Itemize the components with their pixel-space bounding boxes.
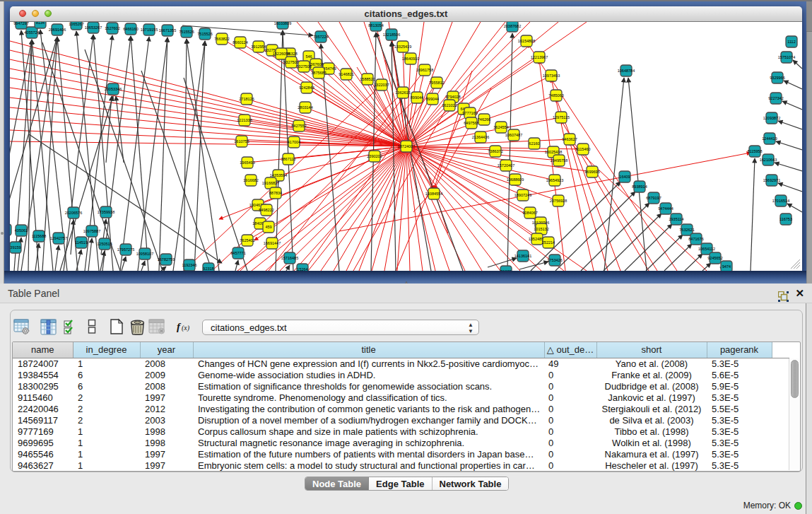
svg-text:7663822: 7663822 (214, 37, 229, 41)
svg-text:8660124: 8660124 (233, 40, 247, 45)
svg-text:10975887: 10975887 (83, 229, 100, 233)
svg-text:2390202: 2390202 (367, 154, 382, 158)
svg-text:546: 546 (305, 54, 312, 59)
svg-text:15226058: 15226058 (273, 52, 290, 56)
svg-text:10654112: 10654112 (698, 247, 715, 251)
svg-text:1916682: 1916682 (243, 178, 258, 182)
svg-text:1610755: 1610755 (234, 139, 249, 144)
svg-text:1621022: 1621022 (442, 103, 457, 107)
svg-text:18724007: 18724007 (398, 144, 415, 148)
svg-text:1965493: 1965493 (240, 160, 254, 165)
svg-text:17016514: 17016514 (772, 199, 789, 203)
svg-text:9245652: 9245652 (707, 256, 722, 260)
svg-text:6497568: 6497568 (464, 121, 478, 125)
svg-text:20206576: 20206576 (65, 211, 82, 215)
svg-text:16210643: 16210643 (760, 158, 777, 162)
svg-text:252214: 252214 (542, 240, 555, 245)
svg-text:15692971: 15692971 (763, 178, 780, 182)
svg-text:9463627: 9463627 (562, 137, 577, 141)
svg-text:9457771: 9457771 (230, 251, 245, 255)
svg-text:1362615: 1362615 (395, 90, 410, 95)
svg-text:13325419: 13325419 (394, 45, 411, 49)
svg-text:8938914: 8938914 (632, 185, 647, 189)
svg-text:116753: 116753 (779, 217, 792, 221)
svg-text:7632621: 7632621 (679, 228, 694, 232)
svg-text:17359938: 17359938 (98, 210, 114, 214)
svg-text:9084067: 9084067 (522, 211, 537, 215)
svg-text:8115958: 8115958 (747, 149, 762, 153)
svg-text:9115460: 9115460 (575, 147, 590, 151)
svg-text:14136141: 14136141 (514, 254, 531, 258)
svg-text:1322037: 1322037 (374, 83, 389, 87)
svg-text:21364436: 21364436 (472, 135, 489, 139)
svg-text:12093872: 12093872 (763, 116, 780, 120)
svg-text:15716485: 15716485 (281, 256, 298, 260)
svg-text:7515526: 7515526 (179, 30, 194, 34)
svg-text:1244419: 1244419 (762, 136, 777, 141)
svg-text:16691447: 16691447 (264, 241, 281, 245)
svg-text:10648784: 10648784 (618, 69, 635, 73)
svg-text:10973493: 10973493 (543, 74, 560, 78)
svg-text:3867110: 3867110 (281, 157, 295, 161)
svg-text:9227342: 9227342 (768, 96, 783, 100)
svg-text:10025438: 10025438 (545, 150, 562, 154)
svg-text:9474: 9474 (722, 264, 731, 269)
svg-text:1221338: 1221338 (237, 118, 252, 122)
svg-text:4055724: 4055724 (24, 30, 39, 35)
svg-text:899044: 899044 (426, 97, 439, 101)
svg-text:746266: 746266 (478, 117, 490, 122)
svg-text:2935114: 2935114 (669, 217, 683, 221)
svg-text:17957275: 17957275 (117, 247, 134, 252)
svg-text:1065267: 1065267 (69, 22, 83, 26)
svg-text:14353594: 14353594 (270, 173, 287, 177)
svg-text:10719155: 10719155 (141, 28, 158, 32)
svg-text:19654923: 19654923 (546, 178, 563, 182)
svg-text:7515526: 7515526 (197, 32, 212, 36)
svg-text:9474444: 9474444 (658, 206, 673, 211)
svg-text:12213967: 12213967 (531, 55, 548, 59)
svg-text:114519: 114519 (75, 240, 88, 245)
svg-text:10653267: 10653267 (85, 25, 102, 30)
svg-text:16782759: 16782759 (158, 257, 175, 262)
svg-text:f: f (177, 321, 182, 332)
svg-text:7357224: 7357224 (313, 35, 328, 39)
svg-text:9146821: 9146821 (339, 72, 353, 76)
svg-text:12975115: 12975115 (553, 115, 570, 119)
svg-text:(x): (x) (182, 324, 190, 332)
svg-text:19384554: 19384554 (425, 192, 442, 196)
svg-text:18640910: 18640910 (402, 57, 419, 61)
svg-text:887834: 887834 (269, 191, 282, 195)
svg-text:1115688: 1115688 (32, 234, 47, 238)
svg-text:15720407: 15720407 (498, 163, 514, 168)
svg-text:15751074: 15751074 (778, 55, 795, 59)
svg-text:3624554: 3624554 (493, 125, 508, 129)
svg-text:3875685: 3875685 (311, 71, 326, 75)
svg-text:417004: 417004 (288, 140, 300, 144)
svg-text:20756928: 20756928 (550, 199, 567, 203)
svg-text:12942757: 12942757 (50, 236, 67, 240)
svg-text:5498222: 5498222 (259, 208, 273, 212)
svg-text:1192346: 1192346 (182, 263, 196, 267)
svg-text:7386372: 7386372 (488, 149, 502, 153)
svg-text:7485063: 7485063 (548, 93, 563, 98)
svg-text:10607487: 10607487 (505, 133, 522, 137)
svg-text:62160: 62160 (529, 141, 539, 146)
svg-text:8134: 8134 (36, 22, 45, 25)
svg-text:9699695: 9699695 (584, 170, 599, 174)
svg-text:16033809: 16033809 (274, 22, 291, 25)
svg-text:435061: 435061 (15, 228, 28, 233)
svg-text:9947297: 9947297 (13, 22, 28, 25)
svg-text:899044: 899044 (411, 95, 423, 100)
svg-text:16961758: 16961758 (416, 68, 433, 72)
svg-text:1527602: 1527602 (105, 26, 119, 30)
svg-text:10688609: 10688609 (507, 177, 524, 182)
svg-text:2803144: 2803144 (298, 105, 312, 110)
svg-text:8813054: 8813054 (368, 23, 383, 28)
svg-text:9242843: 9242843 (299, 86, 314, 90)
svg-text:18907249: 18907249 (514, 193, 531, 197)
svg-text:459: 459 (265, 225, 271, 229)
svg-text:8427552: 8427552 (291, 124, 306, 128)
svg-text:16671355: 16671355 (159, 28, 176, 33)
svg-text:6879197: 6879197 (646, 196, 661, 200)
svg-text:1112: 1112 (787, 40, 795, 44)
